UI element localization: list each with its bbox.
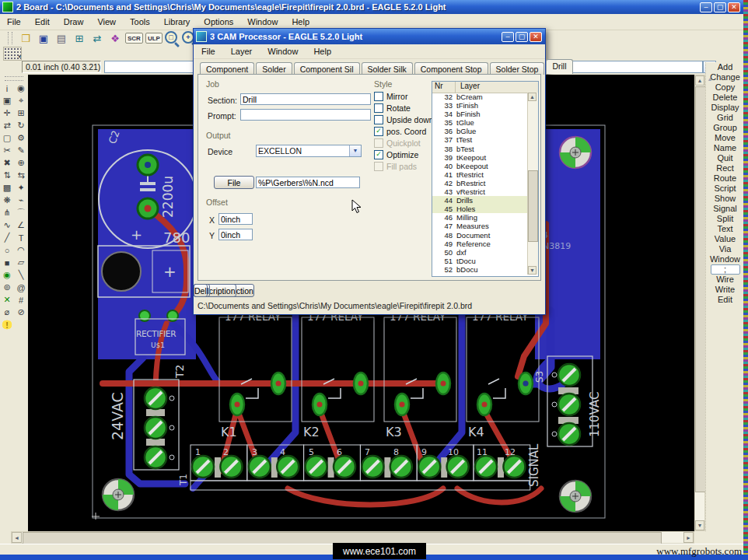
layer-list-scrollbar[interactable]: ▲ ▼ — [527, 93, 538, 275]
command-item[interactable]: Group — [706, 123, 744, 133]
menu-item[interactable]: File — [0, 16, 28, 28]
layer-scroll-thumb[interactable] — [528, 170, 538, 242]
nr-column-header[interactable]: Nr — [432, 82, 456, 93]
scroll-left-icon[interactable]: ◄ — [12, 532, 22, 543]
open-icon[interactable]: ❒ — [18, 31, 33, 45]
file-path-input[interactable] — [256, 177, 360, 188]
mirror-icon[interactable]: ⇄ — [1, 120, 13, 131]
board-schematic-icon[interactable]: ⇄ — [89, 31, 105, 45]
dialog-menu-item[interactable]: File — [194, 45, 223, 58]
show-icon[interactable]: ◉ — [15, 82, 27, 94]
command-item[interactable]: Quit — [706, 153, 744, 163]
dialog-menu-item[interactable]: Layer — [223, 45, 260, 58]
device-dropdown-icon[interactable]: ▼ — [349, 145, 361, 156]
checkbox-icon[interactable] — [374, 115, 383, 124]
tab[interactable]: Solder Stop — [490, 62, 545, 75]
style-checkbox[interactable]: Mirror — [374, 92, 434, 100]
checkbox-icon[interactable] — [374, 162, 383, 171]
command-item[interactable]: Text — [706, 224, 744, 234]
attribute-icon[interactable]: @ — [15, 282, 27, 293]
circle-icon[interactable]: ○ — [1, 244, 13, 256]
maximize-button[interactable]: ▢ — [516, 32, 528, 42]
toolbar-grip[interactable] — [8, 32, 12, 44]
style-checkbox[interactable]: Quickplot — [374, 138, 434, 147]
offset-y-input[interactable] — [218, 229, 253, 240]
scroll-right-icon[interactable]: ► — [683, 532, 694, 543]
dialog-menu-item[interactable]: Help — [306, 45, 339, 58]
style-checkbox[interactable]: Rotate — [374, 103, 434, 112]
layer-column-header[interactable]: Layer — [456, 82, 538, 93]
save-icon[interactable]: ▣ — [36, 31, 51, 45]
paste-icon[interactable]: ✎ — [15, 145, 27, 156]
checkbox-icon[interactable] — [374, 127, 383, 136]
bGlue[interactable]: 36 bGlue — [432, 127, 527, 135]
layer-scroll-down-icon[interactable]: ▼ — [528, 266, 537, 275]
tFinish[interactable]: 33 tFinish — [432, 101, 527, 110]
rect-icon[interactable]: ■ — [1, 257, 13, 268]
ripup-icon[interactable]: ⌁ — [15, 194, 27, 206]
layer-list-header[interactable]: Nr Layer — [432, 82, 538, 93]
polygon-icon[interactable]: ▱ — [15, 257, 27, 268]
grid-settings-icon[interactable]: ▾ — [3, 47, 22, 61]
menu-item[interactable]: Library — [157, 16, 197, 28]
menu-item[interactable]: Edit — [28, 16, 57, 28]
file-button[interactable]: File — [214, 176, 254, 189]
bKeepout[interactable]: 40 bKeepout — [432, 162, 527, 170]
offset-x-input[interactable] — [218, 213, 253, 225]
command-item[interactable]: Rect — [706, 163, 744, 173]
close-button[interactable]: ✕ — [530, 32, 542, 42]
checkbox-icon[interactable] — [374, 92, 383, 101]
checkbox-icon[interactable] — [374, 103, 383, 113]
hole-icon[interactable]: ⊚ — [1, 282, 13, 293]
layer-scroll-up-icon[interactable]: ▲ — [528, 93, 537, 101]
autoroute-icon[interactable]: # — [15, 294, 27, 306]
Measures[interactable]: 47 Measures — [432, 222, 527, 230]
vRestrict[interactable]: 43 vRestrict — [432, 187, 527, 196]
library-icon[interactable]: ❖ — [107, 31, 123, 45]
menu-item[interactable]: Options — [197, 16, 240, 28]
minimize-button[interactable]: – — [502, 32, 514, 42]
menu-item[interactable]: Window — [240, 16, 285, 28]
change-icon[interactable]: ⚙ — [15, 132, 27, 144]
zoom-fit-icon[interactable]: □ — [165, 31, 177, 44]
tab[interactable]: Component Stop — [414, 62, 488, 75]
command-item[interactable]: Value — [706, 234, 744, 244]
miter-icon[interactable]: ⌒ — [15, 207, 27, 219]
wire-icon[interactable]: ╱ — [1, 232, 13, 243]
text-icon[interactable]: T — [15, 232, 27, 243]
menu-item[interactable]: Help — [285, 16, 316, 28]
bRestrict[interactable]: 42 bRestrict — [432, 179, 527, 187]
cut-icon[interactable]: ✂ — [1, 145, 13, 156]
menu-item[interactable]: Tools — [123, 16, 157, 28]
checkbox-icon[interactable] — [374, 138, 383, 148]
tab[interactable]: Component — [200, 62, 254, 75]
move-icon[interactable]: ✛ — [1, 107, 13, 119]
command-item[interactable]: Delete — [706, 93, 744, 103]
tRestrict[interactable]: 41 tRestrict — [432, 170, 527, 179]
style-checkbox[interactable]: pos. Coord — [374, 127, 434, 135]
menu-item[interactable]: View — [90, 16, 123, 28]
display-icon[interactable]: ▣ — [1, 95, 13, 107]
errors-icon[interactable]: ⊘ — [15, 306, 27, 318]
tab[interactable]: Solder — [256, 62, 292, 75]
close-button[interactable]: ✕ — [728, 2, 740, 12]
group-icon[interactable]: ▢ — [1, 132, 13, 144]
Reference[interactable]: 49 Reference — [432, 240, 527, 248]
Holes[interactable]: 45 Holes — [432, 205, 527, 213]
optimize-icon[interactable]: ∿ — [1, 219, 13, 231]
command-item[interactable]: ; — [711, 264, 740, 275]
tab[interactable]: Drill — [546, 59, 572, 74]
command-item[interactable]: Via — [706, 244, 744, 254]
tGlue[interactable]: 35 tGlue — [432, 118, 527, 127]
maximize-button[interactable]: ▢ — [714, 2, 726, 12]
vertical-scroll-thumb[interactable] — [695, 86, 706, 492]
split-icon[interactable]: ⋔ — [1, 207, 13, 219]
command-item[interactable]: Split — [706, 214, 744, 224]
command-item[interactable]: Name — [706, 143, 744, 153]
gateswap-icon[interactable]: ⇆ — [15, 170, 27, 181]
panel-scroll-up-icon[interactable]: ▲ — [704, 76, 716, 86]
command-item[interactable]: Show — [706, 194, 744, 204]
delete-icon[interactable]: ✖ — [1, 157, 13, 169]
section-input[interactable] — [240, 93, 371, 105]
checkbox-icon[interactable] — [374, 150, 383, 159]
